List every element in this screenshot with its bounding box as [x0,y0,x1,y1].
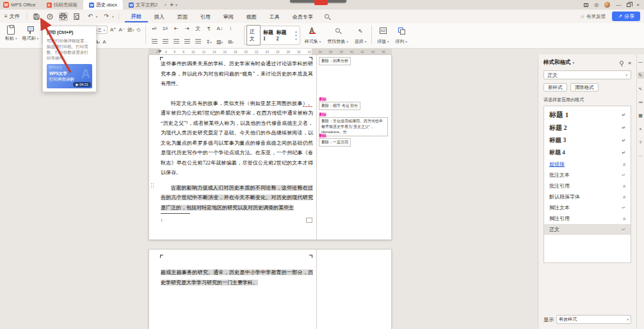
revision-balloon[interactable]: 删除：文化借用或挪用。西方传统中最早将历史学尊为“历史之父”，Herodotus… [319,117,388,136]
char-shading-button[interactable]: A [102,39,106,45]
gallery-more-icon[interactable]: ▼ [294,38,297,41]
document-page-1[interactable]: 这些事件的因果关系的学科。历史学家有时会通过讨论该学科的研究本身，并以此作为对当… [149,54,392,240]
document-page-2[interactable]: 题或主题事务的研究。通常，历史是中小学中学教育的一部分，历史学研究是大学学习研究… [149,249,392,329]
document-text[interactable]: 这些事件的因果关系的学科。历史学家有时会通过讨论该学科的研究本身，并以此作为对当… [161,59,313,226]
indent-icon[interactable]: ⇥ [183,26,191,32]
tab-history-docx[interactable]: W 历史.docx [83,0,123,10]
tab-view[interactable]: 视图 [240,12,263,22]
cut-tool-icon[interactable]: × [638,125,644,132]
tab-page[interactable]: 页面 [171,12,194,22]
style-gallery-item-h1[interactable]: 标题 1 [263,29,274,42]
text-direction-icon[interactable]: 文 [194,26,202,32]
close-button[interactable]: × [636,3,640,8]
tab-review[interactable]: 审阅 [217,12,240,22]
close-panel-icon[interactable]: × [628,60,631,66]
text-effect-button[interactable]: 效▾ [127,27,134,33]
tab-member[interactable]: 会员专享 [286,12,319,22]
outdent-icon[interactable]: ⇤ [172,26,181,32]
document-paragraph[interactable]: 特定文化共有的故事，类似支持（例如亚瑟王周围的故事）。通常被归为公元前5世纪的希… [161,99,313,178]
save-button[interactable] [32,12,41,21]
numbered-list-icon[interactable]: 1≡ [161,26,170,32]
style-item-heading1[interactable]: 标题 1↵ [544,108,631,122]
distribute-icon[interactable] [194,39,202,45]
clear-format-button[interactable]: 清除格式 [570,83,599,92]
layout-switch-icon[interactable] [584,3,588,7]
style-item-heading2[interactable]: 标题 2↵ [544,122,631,134]
tab-home[interactable]: 开始 [125,11,148,22]
more-icon[interactable]: ⋯ [638,152,644,159]
shading-icon[interactable]: ▨▾ [216,39,224,45]
style-item-heading3[interactable]: 标题 3↵ [544,134,631,147]
style-item-footnote-text[interactable]: 脚注文本↵ [544,202,631,213]
align-right-icon[interactable] [172,39,181,45]
tab-text-document-2[interactable]: W 文字文档2 [123,0,163,10]
highlighted-text[interactable]: 古老的影响力促成人们对历史本质的不同诠释，这些诠释在过去的几个世纪中不断演变，并… [161,185,313,211]
styleset-button[interactable]: A 样式集 ▾ [302,25,324,46]
redo-chevron-icon[interactable]: ▾ [112,15,114,19]
style-item-comment-ref[interactable]: 批注引用a [544,181,631,191]
new-tab-button[interactable]: + [168,1,175,8]
document-paragraph[interactable]: 题或主题事务的研究。通常，历史是中小学中学教育的一部分，历史学研究是大学学习研究… [161,268,313,287]
undo-button[interactable]: ↶ [86,12,95,21]
bullet-list-icon[interactable]: •≡ [150,26,159,32]
border-icon[interactable]: ⊞▾ [227,39,235,45]
style-item-heading4[interactable]: 标题 4↵ [544,147,631,159]
print-button[interactable] [59,12,68,21]
collapse-panel-icon[interactable]: — [638,58,644,65]
chevron-down-icon[interactable]: ▾ [573,61,575,65]
style-item-hyperlink[interactable]: 超链接a [544,159,631,170]
sort-icon[interactable]: A↓ [216,26,224,32]
minimize-button[interactable]: — [616,3,621,8]
align-left-icon[interactable] [150,39,159,45]
revision-balloon[interactable]: 删除：细节 考证 部分 [319,102,360,110]
align-justify-icon[interactable] [183,39,191,45]
decrease-font-button[interactable]: A⁻ [119,27,125,33]
arrange-button[interactable]: 排列 ▾ [392,25,410,46]
file-menu-button[interactable]: ≡ 文件 [0,13,25,20]
style-item-default-font[interactable]: 默认段落字体a [544,191,631,202]
document-paragraph[interactable]: 这些事件的因果关系的学科。历史学家有时会通过讨论该学科的研究本身，并以此作为对当… [161,59,313,89]
clear-format-button[interactable]: ◇ [137,27,141,33]
adjust-tool-icon[interactable]: ≔ [638,99,644,106]
table-tool-icon[interactable]: ▦ [638,112,644,119]
show-styles-select[interactable]: 有效样式 ▾ [556,315,631,324]
feedback-button[interactable]: ☆ 有奖反馈 [581,13,606,20]
highlighted-text[interactable]: 题或主题事务的研究。通常，历史是中小学中学教育的一部分，历史学研究是大学学习研究… [161,269,313,285]
export-pdf-button[interactable]: P [45,12,54,21]
help-icon[interactable]: ? [638,139,644,146]
document-paragraph[interactable]: 古老的影响力促成人们对历史本质的不同诠释，这些诠释在过去的几个世纪中不断演变，并… [161,183,313,213]
redo-button[interactable]: ↷ [102,12,111,21]
select-button[interactable]: ⇖ 选择 ▾ [351,25,369,46]
tab-reference[interactable]: 引用 [194,12,217,22]
document-area[interactable]: 这些事件的因果关系的学科。历史学家有时会通过讨论该学科的研究本身，并以此作为对当… [0,54,538,329]
style-gallery-item-body[interactable]: 正文 [246,25,261,45]
style-gallery-item-h2[interactable]: 标题 2 [277,29,287,42]
show-marks-icon[interactable]: ⁞ [227,26,235,32]
increase-font-button[interactable]: A⁺ [110,27,117,33]
tutorial-video-thumbnail[interactable]: WPS学堂 A WPS文字 打印界面讲解 ▶ 04:21 [47,64,92,88]
document-text[interactable]: 题或主题事务的研究。通常，历史是中小学中学教育的一部分，历史学研究是大学学习研究… [161,268,313,287]
user-avatar[interactable] [604,2,610,8]
paragraph-drag-handle-icon[interactable] [150,182,154,188]
share-button[interactable]: ↗ 分享 [612,12,640,21]
restore-button[interactable] [627,3,631,7]
new-style-button[interactable]: 新样式 [543,83,567,92]
select-tool-icon[interactable]: ⇖ [638,85,644,92]
current-style-select[interactable]: 正文 ▾ [543,70,631,79]
align-center-icon[interactable] [161,39,170,45]
tab-insert[interactable]: 插入 [148,12,171,22]
style-item-footnote-ref[interactable]: 脚注引用a [544,213,631,224]
pin-icon[interactable] [620,61,624,65]
format-painter-button[interactable]: 格式刷 ▾ [22,26,38,45]
layout-button[interactable]: A≡ 排版 ▾ [374,25,392,46]
skin-settings-icon[interactable]: ◎ [594,3,599,8]
revision-balloon[interactable]: 删除：一直沿用 [319,138,351,147]
tab-list-chevron-icon[interactable]: ▾ [175,3,177,7]
gallery-up-icon[interactable]: ▲ [294,30,297,33]
search-icon[interactable] [325,14,329,19]
paste-button[interactable]: 粘贴 ▾ [5,26,17,45]
find-replace-button[interactable]: 查找替换 ▾ [324,25,351,46]
line-spacing-icon[interactable]: ⇕▾ [205,39,213,45]
style-item-comment-text[interactable]: 批注文本↵ [544,170,631,181]
paragraph-mark-icon[interactable]: ¶ [205,26,213,32]
